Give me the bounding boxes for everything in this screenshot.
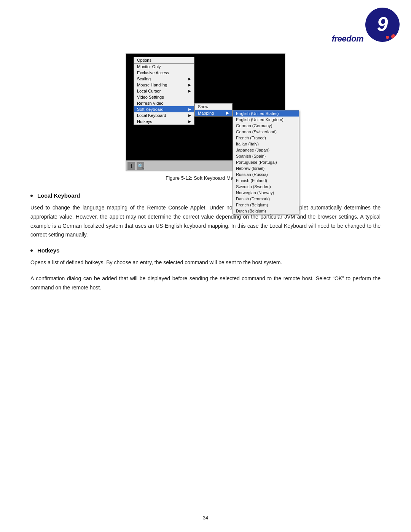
menu-item-scaling[interactable]: Scaling ▶ (134, 76, 194, 82)
taskbar-icon-1: ℹ (127, 162, 135, 170)
mapping-portuguese[interactable]: Portuguese (Portugal) (233, 159, 299, 165)
local-keyboard-title: Local Keyboard (37, 192, 80, 199)
soft-kb-show[interactable]: Show (195, 104, 232, 110)
local-keyboard-paragraph: Used to change the language mapping of t… (30, 203, 381, 240)
mapping-russian[interactable]: Russian (Russia) (233, 171, 299, 177)
screenshot-container: Options Monitor Only Exclusive Access Sc… (30, 53, 381, 171)
hotkeys-section: Hotkeys Opens a list of defined hotkeys.… (30, 247, 381, 292)
logo-area: freedom ™ 9 (339, 8, 400, 46)
logo-freedom-text: freedom (332, 34, 363, 44)
main-content: Options Monitor Only Exclusive Access Sc… (0, 0, 411, 323)
menu-item-local-keyboard[interactable]: Local Keyboard ▶ (134, 112, 194, 118)
menu-item-mouse-handling[interactable]: Mouse Handling ▶ (134, 82, 194, 88)
mapping-english-us[interactable]: English (United States) (233, 110, 299, 117)
mapping-japanese[interactable]: Japanese (Japan) (233, 147, 299, 153)
local-keyboard-bullet (30, 195, 33, 197)
page-number: 34 (0, 515, 411, 521)
mapping-english-uk[interactable]: English (United Kingdom) (233, 117, 299, 123)
soft-keyboard-submenu: Show Mapping ▶ (194, 103, 233, 117)
logo-number: 9 (377, 14, 388, 34)
taskbar-icon-2: 🔍 (137, 162, 144, 170)
hotkeys-title: Hotkeys (37, 247, 59, 254)
menu-item-video-settings[interactable]: Video Settings (134, 94, 194, 100)
hotkeys-paragraph-1: Opens a list of defined hotkeys. By choo… (30, 258, 381, 267)
options-menu: Options Monitor Only Exclusive Access Sc… (134, 57, 194, 125)
local-keyboard-header: Local Keyboard (30, 192, 381, 199)
hotkeys-paragraph-2: A confirmation dialog can be added that … (30, 274, 381, 292)
menu-item-hotkeys[interactable]: Hotkeys ▶ (134, 118, 194, 125)
hotkeys-bullet (30, 249, 33, 252)
local-keyboard-arrow: ▶ (188, 113, 191, 117)
logo-dot-large (391, 34, 396, 39)
hotkeys-header: Hotkeys (30, 247, 381, 254)
local-keyboard-section: Local Keyboard Used to change the langua… (30, 192, 381, 240)
figure-caption: Figure 5-12: Soft Keyboard Mapping (30, 175, 381, 181)
menu-item-exclusive-access[interactable]: Exclusive Access (134, 70, 194, 76)
menu-item-local-cursor[interactable]: Local Cursor ▶ (134, 88, 194, 94)
mapping-norwegian[interactable]: Norwegian (Norway) (233, 190, 299, 196)
mapping-arrow: ▶ (226, 110, 229, 115)
mapping-french-fr[interactable]: French (France) (233, 135, 299, 141)
scaling-arrow: ▶ (188, 77, 191, 81)
mapping-dutch[interactable]: Dutch (Belgium) (233, 208, 299, 214)
mapping-finnish[interactable]: Finnish (Finland) (233, 177, 299, 184)
hotkeys-arrow: ▶ (188, 120, 191, 123)
mapping-swedish[interactable]: Swedish (Sweden) (233, 184, 299, 190)
soft-kb-mapping[interactable]: Mapping ▶ (195, 110, 232, 116)
mouse-handling-arrow: ▶ (188, 83, 191, 87)
local-cursor-arrow: ▶ (188, 89, 191, 93)
logo-tm: ™ (395, 8, 399, 12)
menu-item-soft-keyboard[interactable]: Soft Keyboard ▶ (134, 106, 194, 112)
menu-screenshot: Options Monitor Only Exclusive Access Sc… (126, 53, 285, 171)
mapping-german-de[interactable]: German (Germany) (233, 123, 299, 129)
mapping-italian[interactable]: Italian (Italy) (233, 141, 299, 147)
mapping-submenu: English (United States) English (United … (233, 110, 299, 214)
menu-item-monitor-only[interactable]: Monitor Only (134, 64, 194, 70)
mapping-french-be[interactable]: French (Belgium) (233, 202, 299, 208)
mapping-danish[interactable]: Danish (Denmark) (233, 196, 299, 202)
menu-item-refresh-video[interactable]: Refresh Video (134, 100, 194, 106)
logo-circle: ™ 9 (365, 8, 400, 42)
mapping-german-ch[interactable]: German (Switzerland) (233, 129, 299, 135)
logo-dot-small (386, 36, 389, 39)
soft-keyboard-arrow: ▶ (188, 107, 191, 111)
options-menu-title: Options (134, 57, 194, 64)
mapping-spanish[interactable]: Spanish (Spain) (233, 153, 299, 159)
mapping-hebrew[interactable]: Hebrew (Israel) (233, 165, 299, 171)
